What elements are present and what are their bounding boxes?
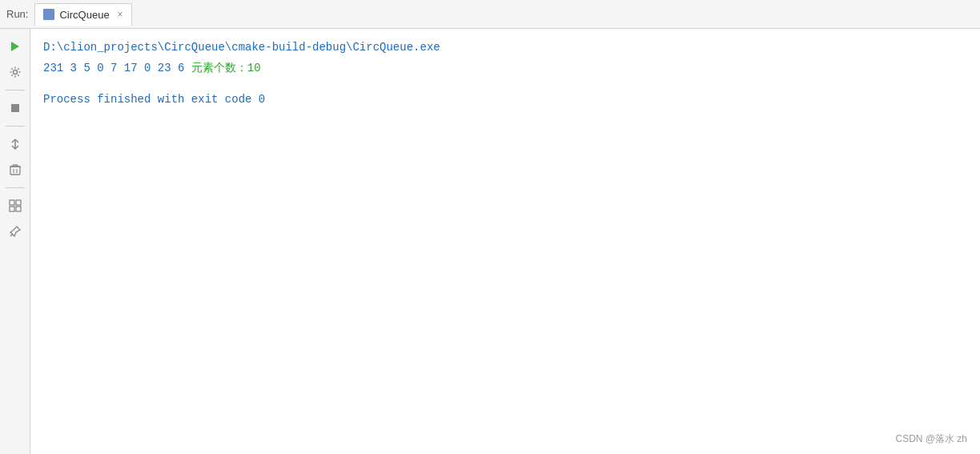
rerun-button[interactable]	[4, 133, 26, 155]
output-path-text: D:\clion_projects\CircQueue\cmake-build-…	[43, 41, 440, 54]
tab-bar: Run: CircQueue ×	[0, 0, 980, 29]
left-toolbar	[0, 29, 30, 454]
svg-line-11	[10, 234, 13, 236]
tab-title: CircQueue	[59, 9, 109, 21]
stop-button[interactable]	[4, 97, 26, 119]
run-label: Run:	[6, 8, 28, 20]
svg-rect-3	[10, 167, 20, 175]
output-process-line: Process finished with exit code 0	[43, 90, 967, 108]
svg-rect-7	[10, 200, 14, 205]
stop-icon	[9, 102, 22, 115]
svg-marker-0	[11, 42, 19, 51]
tab-circqueue[interactable]: CircQueue ×	[34, 3, 131, 26]
tab-close-button[interactable]: ×	[118, 9, 123, 20]
svg-rect-2	[11, 104, 19, 112]
output-process-text: Process finished with exit code 0	[43, 93, 265, 106]
main-area: D:\clion_projects\CircQueue\cmake-build-…	[0, 29, 980, 454]
svg-rect-9	[10, 207, 14, 211]
output-numbers-chinese: 元素个数：10	[191, 62, 261, 74]
output-numbers-line: 231 3 5 0 7 17 0 23 6 元素个数：10	[43, 59, 967, 77]
layout-button[interactable]	[4, 195, 26, 217]
gear-icon	[9, 66, 22, 78]
watermark-text: CSDN @落水 zh	[895, 433, 967, 444]
pin-button[interactable]	[4, 220, 26, 243]
delete-button[interactable]	[4, 159, 26, 181]
toolbar-divider-1	[6, 90, 25, 90]
run-icon	[9, 40, 22, 53]
tab-icon	[43, 9, 54, 20]
pin-icon	[9, 225, 22, 238]
output-path-line: D:\clion_projects\CircQueue\cmake-build-…	[43, 38, 967, 56]
layout-icon	[9, 199, 22, 212]
svg-rect-8	[16, 200, 21, 205]
svg-rect-10	[16, 207, 21, 211]
watermark: CSDN @落水 zh	[895, 432, 967, 446]
run-button[interactable]	[4, 35, 26, 58]
toolbar-divider-2	[6, 126, 25, 127]
trash-icon	[9, 163, 22, 176]
output-area: D:\clion_projects\CircQueue\cmake-build-…	[30, 29, 980, 454]
svg-point-1	[13, 70, 17, 74]
settings-button[interactable]	[4, 61, 26, 83]
toolbar-divider-3	[6, 187, 25, 188]
rerun-icon	[9, 138, 22, 151]
output-numbers-ascii: 231 3 5 0 7 17 0 23 6	[43, 62, 191, 74]
